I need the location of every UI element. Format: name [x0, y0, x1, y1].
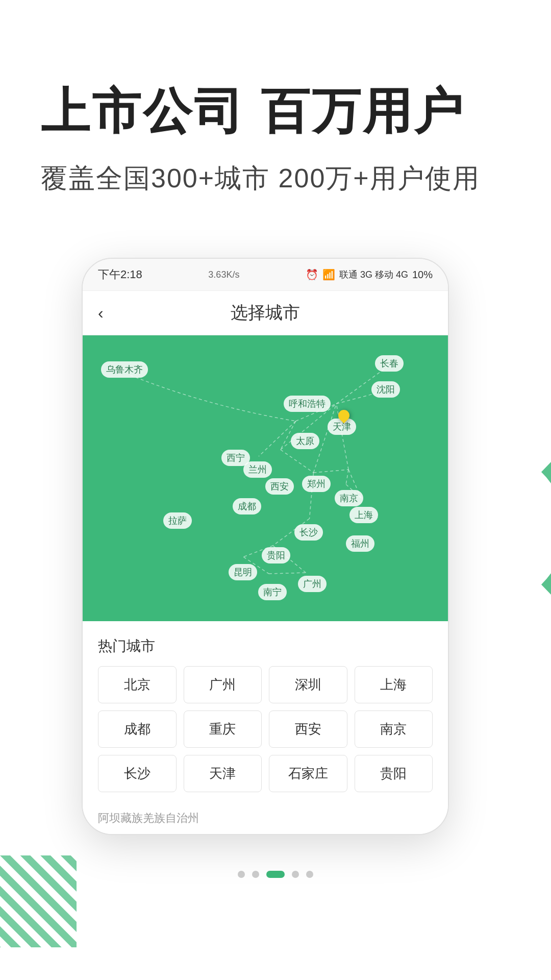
- city-huhhot[interactable]: 呼和浩特: [284, 396, 331, 412]
- city-changchun[interactable]: 长春: [375, 355, 404, 372]
- phone-nav: ‹ 选择城市: [83, 291, 448, 335]
- pagination-dot-2[interactable]: [252, 871, 259, 878]
- city-kunming[interactable]: 昆明: [229, 564, 257, 580]
- city-fuzhou[interactable]: 福州: [346, 535, 374, 552]
- city-shanghai[interactable]: 上海: [349, 507, 378, 523]
- nav-title: 选择城市: [231, 301, 300, 325]
- city-grid: 北京广州深圳上海成都重庆西安南京长沙天津石家庄贵阳: [98, 666, 433, 792]
- city-xian[interactable]: 西安: [265, 478, 294, 495]
- city-zhengzhou[interactable]: 郑州: [302, 476, 331, 492]
- city-button-广州[interactable]: 广州: [184, 666, 262, 703]
- map-connections: .dline{stroke:rgba(255,255,255,0.5);stro…: [83, 335, 448, 621]
- status-bar: 下午2:18 3.63K/s ⏰ 📶 联通 3G 移动 4G 10%: [83, 259, 448, 291]
- city-shenyang[interactable]: 沈阳: [371, 381, 400, 398]
- hero-subtitle: 覆盖全国300+城市 200万+用户使用: [41, 161, 510, 197]
- hot-cities-section: 热门城市 北京广州深圳上海成都重庆西安南京长沙天津石家庄贵阳: [83, 621, 448, 802]
- selected-city-marker: [338, 410, 349, 421]
- arc-decoration: [449, 462, 551, 615]
- map-container[interactable]: .dline{stroke:rgba(255,255,255,0.5);stro…: [83, 335, 448, 621]
- city-button-北京[interactable]: 北京: [98, 666, 177, 703]
- pagination-dot-5[interactable]: [306, 871, 313, 878]
- city-guiyang[interactable]: 贵阳: [262, 547, 290, 564]
- city-chengdu[interactable]: 成都: [233, 498, 261, 514]
- city-button-石家庄[interactable]: 石家庄: [269, 755, 347, 792]
- city-button-重庆[interactable]: 重庆: [184, 710, 262, 748]
- city-button-贵阳[interactable]: 贵阳: [355, 755, 433, 792]
- phone-section: 下午2:18 3.63K/s ⏰ 📶 联通 3G 移动 4G 10% ‹ 选择城…: [0, 258, 551, 835]
- city-nanjing[interactable]: 南京: [335, 490, 363, 506]
- stripe-decoration: [0, 855, 77, 949]
- phone-mockup: 下午2:18 3.63K/s ⏰ 📶 联通 3G 移动 4G 10% ‹ 选择城…: [82, 258, 449, 835]
- hero-title: 上市公司 百万用户: [41, 82, 510, 140]
- hot-cities-title: 热门城市: [98, 636, 433, 656]
- city-button-南京[interactable]: 南京: [355, 710, 433, 748]
- city-button-成都[interactable]: 成都: [98, 710, 177, 748]
- city-lanzhou[interactable]: 兰州: [243, 461, 272, 478]
- svg-rect-1: [0, 855, 77, 947]
- city-button-西安[interactable]: 西安: [269, 710, 347, 748]
- pagination-dot-4[interactable]: [292, 871, 299, 878]
- city-taiyuan[interactable]: 太原: [291, 433, 319, 449]
- city-lasa[interactable]: 拉萨: [163, 512, 192, 529]
- pagination-dot-3[interactable]: [266, 871, 285, 878]
- status-battery: 10%: [412, 269, 433, 281]
- city-nanning[interactable]: 南宁: [258, 584, 287, 600]
- pagination: [0, 855, 551, 893]
- region-text: 阿坝藏族羌族自治州: [83, 802, 448, 834]
- hero-section: 上市公司 百万用户 覆盖全国300+城市 200万+用户使用: [0, 0, 551, 227]
- status-speed: 3.63K/s: [208, 270, 239, 280]
- status-alarm-icon: ⏰: [306, 268, 318, 281]
- city-button-上海[interactable]: 上海: [355, 666, 433, 703]
- city-button-长沙[interactable]: 长沙: [98, 755, 177, 792]
- city-changsha[interactable]: 长沙: [294, 524, 323, 541]
- status-network: 联通 3G 移动 4G: [339, 268, 408, 281]
- city-wulumuqi[interactable]: 乌鲁木齐: [101, 361, 148, 378]
- city-button-深圳[interactable]: 深圳: [269, 666, 347, 703]
- city-guangzhou[interactable]: 广州: [298, 576, 327, 592]
- back-button[interactable]: ‹: [98, 304, 104, 323]
- pagination-dot-1[interactable]: [238, 871, 245, 878]
- status-right: ⏰ 📶 联通 3G 移动 4G 10%: [306, 268, 433, 281]
- status-time: 下午2:18: [98, 267, 142, 282]
- city-button-天津[interactable]: 天津: [184, 755, 262, 792]
- status-wifi-icon: 📶: [322, 268, 335, 281]
